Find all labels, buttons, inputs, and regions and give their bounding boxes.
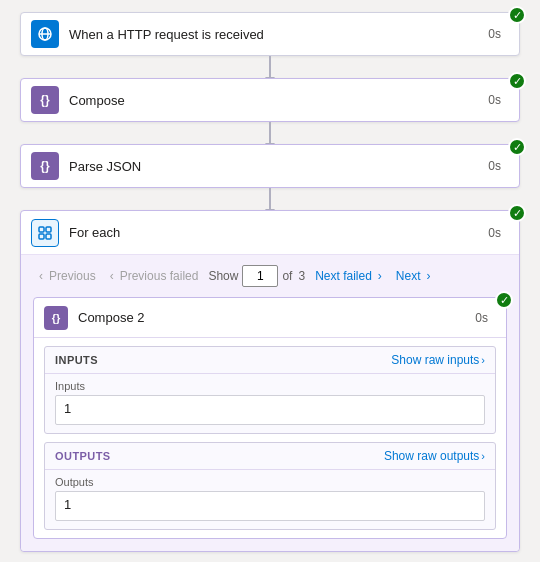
compose2-header[interactable]: {} Compose 2 0s ✓ <box>34 298 506 338</box>
compose-icon: {} <box>31 86 59 114</box>
next-failed-chevron-icon: › <box>376 269 384 283</box>
parse-json-icon: {} <box>31 152 59 180</box>
svg-rect-5 <box>39 234 44 239</box>
http-trigger-label: When a HTTP request is received <box>69 27 488 42</box>
inputs-section: INPUTS Show raw inputs › Inputs 1 <box>44 346 496 434</box>
next-failed-button[interactable]: Next failed › <box>309 267 388 285</box>
inputs-field-label: Inputs <box>55 380 485 392</box>
inputs-content: Inputs 1 <box>45 374 495 433</box>
show-raw-inputs-label: Show raw inputs <box>391 353 479 367</box>
compose2-check: ✓ <box>495 291 513 309</box>
foreach-check: ✓ <box>508 204 526 222</box>
http-trigger-duration: 0s <box>488 27 501 41</box>
compose-label: Compose <box>69 93 488 108</box>
page-input[interactable] <box>242 265 278 287</box>
compose2-label: Compose 2 <box>78 310 475 325</box>
outputs-field-label: Outputs <box>55 476 485 488</box>
parse-json-duration: 0s <box>488 159 501 173</box>
show-raw-outputs-label: Show raw outputs <box>384 449 479 463</box>
inputs-section-header: INPUTS Show raw inputs › <box>45 347 495 374</box>
http-trigger-icon <box>31 20 59 48</box>
compose-check: ✓ <box>508 72 526 90</box>
parse-json-step[interactable]: {} Parse JSON 0s ✓ <box>20 144 520 188</box>
http-trigger-step[interactable]: When a HTTP request is received 0s ✓ <box>20 12 520 56</box>
foreach-card: For each 0s ✓ ‹ Previous ‹ Previous fail… <box>20 210 520 552</box>
next-chevron-icon: › <box>425 269 433 283</box>
outputs-content: Outputs 1 <box>45 470 495 529</box>
flow-container: When a HTTP request is received 0s ✓ {} … <box>0 0 540 562</box>
compose2-icon: {} <box>44 306 68 330</box>
show-raw-outputs-button[interactable]: Show raw outputs › <box>384 449 485 463</box>
inputs-title: INPUTS <box>55 354 98 366</box>
connector-3 <box>269 188 271 210</box>
pagination-bar: ‹ Previous ‹ Previous failed Show of 3 N… <box>33 265 507 287</box>
parse-json-label: Parse JSON <box>69 159 488 174</box>
inputs-field-value: 1 <box>55 395 485 425</box>
compose2-duration: 0s <box>475 311 488 325</box>
foreach-body: ‹ Previous ‹ Previous failed Show of 3 N… <box>21 255 519 551</box>
compose-duration: 0s <box>488 93 501 107</box>
svg-rect-3 <box>39 227 44 232</box>
outputs-section: OUTPUTS Show raw outputs › Outputs 1 <box>44 442 496 530</box>
compose-step[interactable]: {} Compose 0s ✓ <box>20 78 520 122</box>
show-raw-outputs-chevron: › <box>481 450 485 462</box>
show-raw-inputs-chevron: › <box>481 354 485 366</box>
foreach-duration: 0s <box>488 226 501 240</box>
compose2-card: {} Compose 2 0s ✓ INPUTS Show raw inputs… <box>33 297 507 539</box>
show-raw-inputs-button[interactable]: Show raw inputs › <box>391 353 485 367</box>
previous-failed-chevron-icon: ‹ <box>108 269 116 283</box>
of-label: of <box>280 269 294 283</box>
show-label: Show <box>206 269 240 283</box>
foreach-label: For each <box>69 225 488 240</box>
previous-chevron-icon: ‹ <box>37 269 45 283</box>
outputs-title: OUTPUTS <box>55 450 111 462</box>
outputs-section-header: OUTPUTS Show raw outputs › <box>45 443 495 470</box>
outputs-field-value: 1 <box>55 491 485 521</box>
previous-button[interactable]: ‹ Previous <box>33 267 102 285</box>
foreach-icon <box>31 219 59 247</box>
foreach-header[interactable]: For each 0s ✓ <box>21 211 519 255</box>
parse-json-check: ✓ <box>508 138 526 156</box>
svg-rect-4 <box>46 227 51 232</box>
http-trigger-check: ✓ <box>508 6 526 24</box>
svg-rect-6 <box>46 234 51 239</box>
connector-2 <box>269 122 271 144</box>
total-pages: 3 <box>296 269 307 283</box>
previous-failed-button[interactable]: ‹ Previous failed <box>104 267 205 285</box>
compose2-body: INPUTS Show raw inputs › Inputs 1 <box>34 338 506 538</box>
next-button[interactable]: Next › <box>390 267 437 285</box>
connector-1 <box>269 56 271 78</box>
